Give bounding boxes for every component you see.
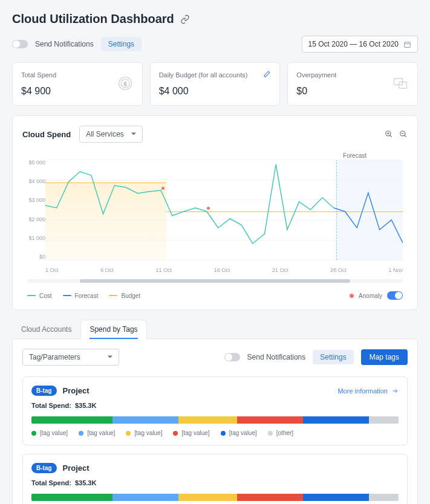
y-axis: $5 000$4 000$3 000$2 000$1 000$0: [27, 160, 45, 260]
cloud-spend-chart: Forecast $5 000$4 000$3 000$2 000$1 000$…: [27, 152, 403, 273]
calendar-icon: [403, 40, 411, 48]
tag-legend-item: [tag value]: [31, 430, 68, 436]
x-axis: 1 Oct6 Oct11 Oct16 Oct21 Oct26 Oct1 Nov: [45, 267, 403, 273]
chart-lines: [45, 160, 403, 260]
budget-swatch: [109, 295, 117, 296]
chart-scrollbar[interactable]: [27, 279, 403, 283]
scrollbar-thumb[interactable]: [80, 279, 350, 283]
cost-swatch: [27, 295, 36, 296]
anomaly-marker: [207, 207, 210, 210]
tag-legend-item: [tag value]: [221, 430, 257, 436]
color-dot: [221, 431, 226, 436]
tag-param-select[interactable]: Tag/Parameters: [22, 349, 119, 366]
cloud-spend-panel: Cloud Spend All Services Forecast $5 000…: [12, 115, 418, 310]
tab-cloud-accounts[interactable]: Cloud Accounts: [12, 320, 80, 339]
tag-title: Project: [63, 386, 90, 395]
screens-icon: [392, 75, 409, 92]
tag-title: Project: [63, 464, 90, 473]
page-header: Cloud Utilization Dashboard: [12, 12, 418, 26]
tag-badge: B-tag: [31, 386, 57, 396]
settings-button[interactable]: Settings: [101, 37, 142, 51]
select-placeholder: Tag/Parameters: [29, 353, 80, 361]
tag-legend-item: [tag value]: [173, 430, 209, 436]
tag-badge: B-tag: [31, 463, 57, 473]
more-info-link[interactable]: More information: [337, 387, 399, 395]
link-icon[interactable]: [180, 15, 190, 24]
svg-rect-5: [399, 82, 407, 89]
svg-text:$: $: [123, 82, 126, 87]
page-title: Cloud Utilization Dashboard: [12, 12, 174, 26]
tag-total-spend: Total Spend: $35.3K: [31, 402, 399, 409]
notifications-toggle[interactable]: [12, 40, 28, 48]
color-dot: [268, 431, 273, 436]
tag-card: B-tag Project More information Total Spe…: [22, 376, 408, 445]
tags-panel: Tag/Parameters Send Notifications Settin…: [12, 338, 418, 504]
summary-cards: Total Spend $4 900 $ Daily Budget (for a…: [12, 62, 418, 106]
arrow-right-icon: [391, 387, 399, 395]
services-select[interactable]: All Services: [79, 126, 143, 143]
anomaly-toggle[interactable]: [387, 291, 403, 300]
forecast-label: Forecast: [343, 152, 366, 159]
anomaly-marker: [161, 187, 165, 190]
dollar-circle-icon: $: [117, 75, 134, 92]
panel-title: Cloud Spend: [22, 130, 71, 139]
color-dot: [173, 431, 178, 436]
tag-legend-item: [other]: [268, 430, 293, 436]
color-dot: [126, 431, 131, 436]
date-range-value: 15 Oct 2020 — 16 Oct 2020: [308, 40, 399, 48]
tags-notifications-label: Send Notifications: [247, 353, 306, 361]
tabs: Cloud Accounts Spend by Tags: [12, 320, 418, 339]
chart-legend: Cost Forecast Budget Anomaly: [22, 291, 408, 300]
tag-total-spend: Total Spend: $35.3K: [31, 479, 399, 486]
card-total-spend: Total Spend $4 900 $: [12, 62, 143, 106]
tags-settings-button[interactable]: Settings: [313, 350, 353, 364]
forecast-swatch: [63, 295, 71, 296]
card-value: $4 000: [159, 86, 272, 97]
svg-rect-0: [405, 42, 411, 47]
edit-icon[interactable]: [263, 70, 271, 78]
color-dot: [31, 431, 36, 436]
card-overpayment: Overpayment $0: [287, 62, 418, 106]
svg-rect-4: [394, 79, 403, 85]
zoom-out-icon[interactable]: [399, 130, 408, 138]
zoom-in-icon[interactable]: [385, 130, 393, 138]
map-tags-button[interactable]: Map tags: [361, 349, 408, 365]
anomaly-swatch: [350, 294, 354, 298]
card-title: Daily Budget (for all accounts): [159, 71, 272, 79]
tab-spend-by-tags[interactable]: Spend by Tags: [80, 320, 146, 339]
card-daily-budget: Daily Budget (for all accounts) $4 000: [150, 62, 281, 106]
stacked-bar: [31, 494, 399, 501]
color-dot: [79, 431, 83, 436]
tag-legend: [tag value][tag value][tag value][tag va…: [31, 430, 399, 436]
toolbar: Send Notifications Settings 15 Oct 2020 …: [12, 36, 418, 53]
tag-legend-item: [tag value]: [79, 430, 115, 436]
stacked-bar: [31, 416, 399, 424]
date-range-picker[interactable]: 15 Oct 2020 — 16 Oct 2020: [302, 36, 418, 53]
tag-legend-item: [tag value]: [126, 430, 162, 436]
tags-notifications-toggle[interactable]: [224, 353, 240, 361]
select-value: All Services: [86, 130, 124, 138]
tag-card: B-tag Project Total Spend: $35.3K [tag v…: [22, 454, 408, 504]
notifications-label: Send Notifications: [35, 40, 94, 48]
